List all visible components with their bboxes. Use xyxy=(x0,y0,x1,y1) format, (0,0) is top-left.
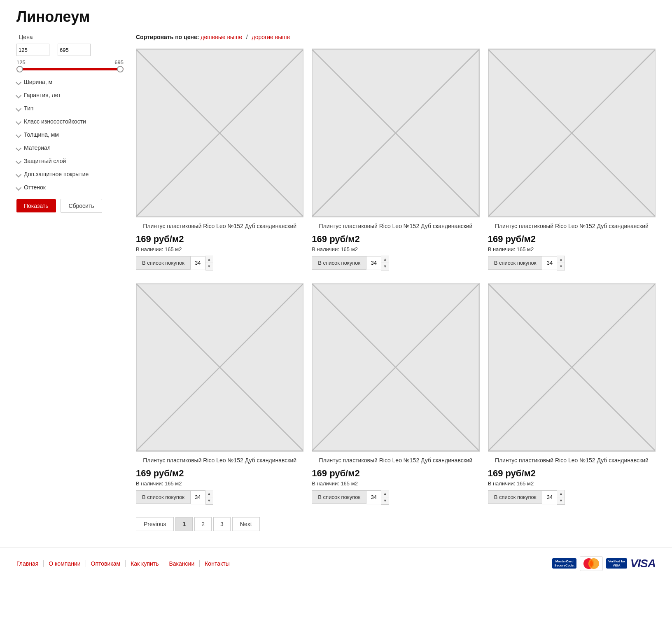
filter-width[interactable]: Ширина, м xyxy=(16,77,124,87)
footer-link-Вакансии[interactable]: Вакансии xyxy=(164,560,200,567)
pagination-page-1-button[interactable]: 1 xyxy=(175,517,193,531)
pagination-page-3-button[interactable]: 3 xyxy=(213,517,231,531)
quantity-decrement-button[interactable]: ▼ xyxy=(205,263,213,270)
product-image[interactable] xyxy=(488,283,656,452)
filter-wear[interactable]: Класс износостойкости xyxy=(16,117,124,126)
price-max-input[interactable] xyxy=(58,44,91,56)
filter-label-extra_protection[interactable]: Доп.защитное покрытие xyxy=(16,169,124,179)
filter-label-shade[interactable]: Оттенок xyxy=(16,182,124,192)
add-to-cart-button[interactable]: В список покупок xyxy=(312,256,366,270)
footer-link-Главная[interactable]: Главная xyxy=(16,560,44,567)
filter-label-thickness[interactable]: Толщина, мм xyxy=(16,130,124,140)
price-slider-thumb-left[interactable] xyxy=(16,66,23,72)
price-min-input[interactable] xyxy=(16,44,49,56)
price-slider-fill xyxy=(16,68,124,70)
pagination-page-2-button[interactable]: 2 xyxy=(194,517,212,531)
add-to-cart-row: В список покупок ▲ ▼ xyxy=(136,256,303,270)
quantity-increment-button[interactable]: ▲ xyxy=(557,490,565,497)
mastercard-icon xyxy=(582,558,600,569)
filter-type[interactable]: Тип xyxy=(16,103,124,113)
price-slider-track[interactable] xyxy=(16,68,124,70)
quantity-increment-button[interactable]: ▲ xyxy=(557,256,565,263)
filter-protection[interactable]: Защитный слой xyxy=(16,156,124,166)
filter-label-type[interactable]: Тип xyxy=(16,103,124,113)
sort-expensive-first[interactable]: дорогие выше xyxy=(252,34,290,40)
quantity-input[interactable] xyxy=(542,490,557,504)
sidebar: Цена 125 695 Ширина, м xyxy=(16,34,124,531)
pagination: Previous123Next xyxy=(136,517,656,531)
product-price: 169 руб/м2 xyxy=(136,234,303,245)
add-to-cart-button[interactable]: В список покупок xyxy=(488,256,543,270)
add-to-cart-row: В список покупок ▲ ▼ xyxy=(488,490,656,505)
product-price: 169 руб/м2 xyxy=(312,468,479,479)
sort-bar: Сортировать по цене: дешевые выше / доро… xyxy=(136,34,656,40)
quantity-increment-button[interactable]: ▲ xyxy=(381,490,389,497)
product-name: Плинтус пластиковый Rico Leo №152 Дуб ск… xyxy=(136,222,303,231)
filter-list: Ширина, м Гарантия, лет Тип Класс износо… xyxy=(16,77,124,192)
chevron-down-icon xyxy=(16,172,21,177)
sort-separator: / xyxy=(246,34,248,40)
filter-label-wear[interactable]: Класс износостойкости xyxy=(16,117,124,126)
chevron-down-icon xyxy=(16,132,21,137)
page-title: Линолеум xyxy=(16,8,656,26)
quantity-input[interactable] xyxy=(366,490,381,504)
footer-link-Контакты[interactable]: Контакты xyxy=(200,560,234,567)
quantity-increment-button[interactable]: ▲ xyxy=(381,256,389,263)
add-to-cart-button[interactable]: В список покупок xyxy=(312,490,366,504)
product-image[interactable] xyxy=(136,283,303,452)
quantity-spinners: ▲ ▼ xyxy=(205,490,213,505)
chevron-down-icon xyxy=(16,79,21,84)
quantity-spinners: ▲ ▼ xyxy=(381,256,389,270)
product-image[interactable] xyxy=(136,49,303,217)
add-to-cart-button[interactable]: В список покупок xyxy=(136,490,191,504)
pagination-next-button[interactable]: Next xyxy=(232,517,260,531)
sort-cheap-first[interactable]: дешевые выше xyxy=(201,34,242,40)
product-image[interactable] xyxy=(312,283,479,452)
chevron-down-icon xyxy=(16,158,21,163)
filter-label-material[interactable]: Материал xyxy=(16,143,124,153)
filter-label-width[interactable]: Ширина, м xyxy=(16,77,124,87)
add-to-cart-button[interactable]: В список покупок xyxy=(136,256,191,270)
product-image[interactable] xyxy=(488,49,656,217)
filter-material[interactable]: Материал xyxy=(16,143,124,153)
footer-link-Оптовикам[interactable]: Оптовикам xyxy=(86,560,126,567)
add-to-cart-row: В список покупок ▲ ▼ xyxy=(312,490,479,505)
payment-cards: MasterCardSecureCode. Verified byVISA VI… xyxy=(552,556,656,571)
chevron-down-icon xyxy=(16,106,21,111)
product-card: Плинтус пластиковый Rico Leo №152 Дуб ск… xyxy=(488,49,656,270)
quantity-spinners: ▲ ▼ xyxy=(381,490,389,505)
quantity-decrement-button[interactable]: ▼ xyxy=(205,497,213,504)
quantity-input[interactable] xyxy=(191,256,205,270)
quantity-increment-button[interactable]: ▲ xyxy=(205,490,213,497)
add-to-cart-row: В список покупок ▲ ▼ xyxy=(488,256,656,270)
quantity-increment-button[interactable]: ▲ xyxy=(205,256,213,263)
price-slider-thumb-right[interactable] xyxy=(117,66,124,72)
quantity-input[interactable] xyxy=(366,256,381,270)
add-to-cart-row: В список покупок ▲ ▼ xyxy=(136,490,303,505)
filter-label-protection[interactable]: Защитный слой xyxy=(16,156,124,166)
quantity-decrement-button[interactable]: ▼ xyxy=(557,497,565,504)
product-stock: В наличии: 165 м2 xyxy=(312,246,479,252)
filter-label-warranty[interactable]: Гарантия, лет xyxy=(16,90,124,100)
filter-shade[interactable]: Оттенок xyxy=(16,182,124,192)
quantity-decrement-button[interactable]: ▼ xyxy=(381,497,389,504)
add-to-cart-button[interactable]: В список покупок xyxy=(488,490,543,504)
quantity-decrement-button[interactable]: ▼ xyxy=(381,263,389,270)
product-card: Плинтус пластиковый Rico Leo №152 Дуб ск… xyxy=(136,49,303,270)
show-button[interactable]: Показать xyxy=(16,199,56,212)
product-image[interactable] xyxy=(312,49,479,217)
footer-link-О компании[interactable]: О компании xyxy=(44,560,86,567)
reset-button[interactable]: Сбросить xyxy=(61,199,102,213)
filter-thickness[interactable]: Толщина, мм xyxy=(16,130,124,140)
products-grid: Плинтус пластиковый Rico Leo №152 Дуб ск… xyxy=(136,49,656,505)
chevron-down-icon xyxy=(16,185,21,190)
filter-warranty[interactable]: Гарантия, лет xyxy=(16,90,124,100)
quantity-input[interactable] xyxy=(191,490,205,504)
product-stock: В наличии: 165 м2 xyxy=(488,480,656,487)
footer-link-Как купить[interactable]: Как купить xyxy=(126,560,164,567)
filter-extra_protection[interactable]: Доп.защитное покрытие xyxy=(16,169,124,179)
pagination-previous-button[interactable]: Previous xyxy=(136,517,174,531)
quantity-decrement-button[interactable]: ▼ xyxy=(557,263,565,270)
quantity-input[interactable] xyxy=(542,256,557,270)
product-name: Плинтус пластиковый Rico Leo №152 Дуб ск… xyxy=(488,457,656,465)
